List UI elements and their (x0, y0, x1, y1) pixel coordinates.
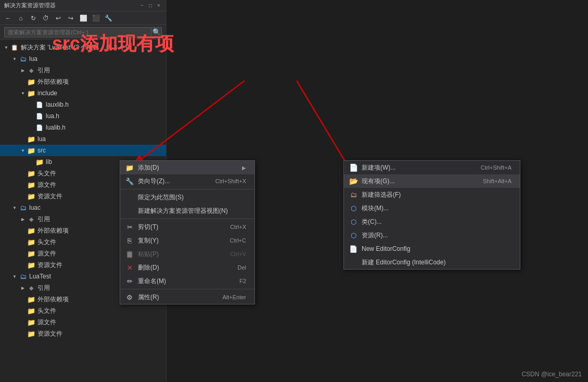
frame-btn[interactable]: ⬜ (78, 13, 88, 23)
tree-item-lua-folder[interactable]: ▶ 📁 lua (0, 133, 166, 145)
sources-icon: 📁 (27, 181, 35, 189)
ref-label: 引用 (37, 66, 50, 75)
luah-icon: 📄 (35, 112, 44, 120)
add-icon: 📁 (124, 162, 135, 173)
resource-icon: ⬡ (348, 230, 359, 240)
paste-icon: 📋 (124, 249, 135, 259)
ref-expand[interactable]: ▶ (19, 66, 27, 74)
sep2 (120, 219, 254, 219)
home-btn[interactable]: ⌂ (16, 13, 26, 23)
menu-item-delete[interactable]: ✕ 删除(D) Del (120, 261, 254, 274)
menu-item-copy[interactable]: ⎘ 复制(Y) Ctrl+C (120, 234, 254, 247)
back-btn[interactable]: ← (3, 13, 14, 23)
module-label: 模块(M)... (362, 204, 512, 213)
lauxlib-label: lauxlib.h (46, 101, 69, 108)
add-arrow: ▶ (242, 165, 246, 171)
submenu-item-editorconfig[interactable]: 📄 New EditorConfig (344, 242, 520, 256)
minimize-btn[interactable]: − (139, 3, 145, 9)
luatest-ext-label: 外部依赖项 (37, 295, 69, 304)
luac-resources-icon: 📁 (27, 261, 35, 269)
existing-item-icon: 📂 (348, 176, 359, 186)
tree-item-luatest-headers[interactable]: ▶ 📁 头文件 (0, 305, 166, 316)
luatest-resources-icon: 📁 (27, 329, 35, 338)
class-label: 类(C)... (362, 218, 512, 226)
luac-ext-icon: 📁 (27, 226, 35, 235)
annotation-text: src添加现有项 (52, 31, 174, 57)
rename-label: 重命名(M) (138, 277, 231, 286)
tree-item-lua-h[interactable]: ▶ 📄 lua.h (0, 110, 166, 122)
src-label: src (37, 147, 46, 154)
props-icon: ⚙ (124, 292, 135, 302)
include-icon: 📁 (27, 89, 35, 97)
class-icon: ⬡ (348, 217, 359, 227)
sources-label: 源文件 (37, 181, 56, 189)
lib-label: lib (46, 158, 52, 165)
submenu-item-module[interactable]: ⬡ 模块(M)... (344, 201, 520, 215)
tree-item-src[interactable]: ▼ 📁 src (0, 145, 166, 156)
tree-item-lualib[interactable]: ▶ 📄 lualib.h (0, 122, 166, 133)
paste-shortcut: Ctrl+V (230, 251, 246, 257)
lualib-icon: 📄 (35, 123, 44, 132)
menu-item-rename[interactable]: ✏ 重命名(M) F2 (120, 274, 254, 288)
copy-label: 复制(Y) (138, 236, 222, 245)
sync-btn[interactable]: ↻ (28, 13, 39, 23)
submenu-item-existing[interactable]: 📂 现有项(G)... Shift+Alt+A (344, 174, 520, 188)
luatest-sources-label: 源文件 (37, 318, 56, 327)
lauxlib-icon: 📄 (35, 100, 44, 109)
src-expand[interactable]: ▼ (19, 146, 27, 155)
tree-item-luatest-sources[interactable]: ▶ 📁 源文件 (0, 316, 166, 328)
restore-btn[interactable]: □ (147, 3, 154, 9)
props-label: 属性(R) (138, 293, 214, 302)
luac-ext-label: 外部依赖项 (37, 226, 69, 235)
luac-sources-icon: 📁 (27, 249, 35, 258)
intellicode-icon (348, 257, 359, 268)
existing-item-label: 现有项(G)... (362, 177, 475, 186)
context-menu: 📁 添加(D) ▶ 🔧 类向导(Z)... Ctrl+Shift+X 限定为此范… (120, 160, 255, 304)
submenu-item-resource[interactable]: ⬡ 资源(R)... (344, 228, 520, 242)
tree-item-luatest-resources[interactable]: ▶ 📁 资源文件 (0, 328, 166, 339)
luatest-expand[interactable]: ▼ (10, 272, 19, 281)
new-item-icon: 📄 (348, 162, 359, 173)
solution-expand[interactable]: ▼ (2, 43, 10, 52)
tree-item-lauxlib[interactable]: ▶ 📄 lauxlib.h (0, 99, 166, 110)
luac-resources-label: 资源文件 (37, 261, 62, 270)
close-btn[interactable]: × (156, 3, 162, 9)
copy-shortcut: Ctrl+C (230, 237, 246, 244)
props-shortcut: Alt+Enter (222, 294, 246, 300)
menu-item-cut[interactable]: ✂ 剪切(T) Ctrl+X (120, 220, 254, 234)
submenu-item-class[interactable]: ⬡ 类(C)... (344, 215, 520, 228)
lua-expand[interactable]: ▼ (10, 55, 19, 63)
submenu-item-intellicode[interactable]: 新建 EditorConfig (IntelliCode) (344, 256, 520, 269)
delete-icon: ✕ (124, 262, 135, 273)
headers-label: 头文件 (37, 169, 56, 178)
history-btn[interactable]: ⏱ (41, 13, 51, 23)
sep3 (120, 289, 254, 289)
menu-item-new-view[interactable]: 新建解决方案资源管理器视图(N) (120, 204, 254, 218)
undo-btn[interactable]: ↩ (53, 13, 63, 23)
delete-shortcut: Del (237, 264, 246, 271)
luatest-resources-label: 资源文件 (37, 329, 62, 338)
menu-item-scope[interactable]: 限定为此范围(S) (120, 190, 254, 204)
submenu-item-filter[interactable]: 🗂 新建筛选器(F) (344, 188, 520, 201)
tree-item-extdeps[interactable]: ▶ 📁 外部依赖项 (0, 76, 166, 87)
menu-item-wizard[interactable]: 🔧 类向导(Z)... Ctrl+Shift+X (120, 174, 254, 188)
tree-item-include[interactable]: ▼ 📁 include (0, 87, 166, 99)
resources-icon: 📁 (27, 192, 35, 200)
module-icon: ⬡ (348, 203, 359, 213)
menu-item-add[interactable]: 📁 添加(D) ▶ (120, 161, 254, 174)
include-expand[interactable]: ▼ (19, 89, 27, 97)
menu-item-props[interactable]: ⚙ 属性(R) Alt+Enter (120, 290, 254, 304)
luac-expand[interactable]: ▼ (10, 203, 19, 212)
luac-ref-expand[interactable]: ▶ (19, 215, 27, 223)
settings-btn[interactable]: 🔧 (103, 13, 113, 23)
filter-icon: 🗂 (348, 189, 359, 200)
resource-label: 资源(R)... (362, 231, 512, 240)
lib-icon: 📁 (35, 158, 44, 166)
redo-btn[interactable]: ↪ (66, 13, 76, 23)
luac-label: luac (29, 204, 41, 211)
cut-label: 剪切(T) (138, 223, 222, 232)
copy-btn[interactable]: ⬛ (91, 13, 101, 23)
extdeps-icon: 📁 (27, 78, 35, 86)
submenu-item-new[interactable]: 📄 新建项(W)... Ctrl+Shift+A (344, 161, 520, 174)
tree-item-ref[interactable]: ▶ ◆ 引用 (0, 65, 166, 76)
